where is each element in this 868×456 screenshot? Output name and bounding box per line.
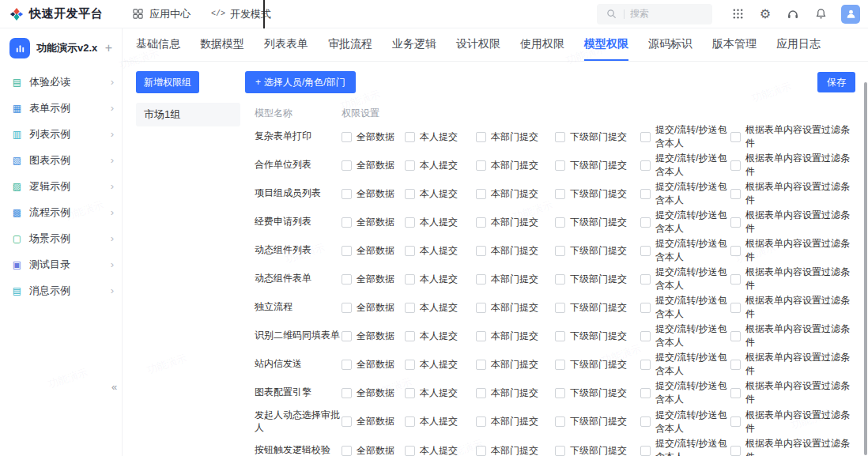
tab-0[interactable]: 基础信息 [136,28,180,61]
checkbox[interactable] [555,388,565,398]
tab-1[interactable]: 数据模型 [200,28,244,61]
checkbox[interactable] [730,160,741,171]
checkbox[interactable] [405,189,415,199]
user-avatar[interactable] [841,5,860,24]
sidebar-item-4[interactable]: ▨逻辑示例› [0,173,122,199]
checkbox[interactable] [405,416,415,427]
checkbox[interactable] [555,274,565,285]
sidebar-item-3[interactable]: ▧图表示例› [0,147,122,173]
checkbox[interactable] [555,132,565,142]
checkbox[interactable] [476,189,486,199]
checkbox[interactable] [405,446,415,456]
checkbox[interactable] [476,360,486,370]
tab-7[interactable]: 模型权限 [584,28,628,61]
sidebar-item-8[interactable]: ▤消息示例› [0,277,122,303]
checkbox[interactable] [476,416,486,427]
tab-4[interactable]: 业务逻辑 [392,28,436,61]
checkbox[interactable] [476,446,486,456]
tab-10[interactable]: 应用日志 [776,28,821,61]
checkbox[interactable] [730,132,741,142]
checkbox[interactable] [342,217,352,228]
sidebar-item-7[interactable]: ▣测试目录› [0,251,122,277]
checkbox[interactable] [342,246,352,256]
checkbox[interactable] [640,303,651,313]
checkbox[interactable] [405,246,415,256]
checkbox[interactable] [476,217,486,228]
checkbox[interactable] [342,274,352,285]
checkbox[interactable] [342,360,352,370]
checkbox[interactable] [555,303,565,313]
checkbox[interactable] [640,388,651,398]
new-permission-group-button[interactable]: 新增权限组 [136,71,199,93]
checkbox[interactable] [730,246,741,256]
apps-icon[interactable] [730,7,745,21]
checkbox[interactable] [555,416,565,427]
notifications-bell-icon[interactable] [813,7,828,21]
nav-dev-mode[interactable]: </> 开发模式 [211,7,271,21]
checkbox[interactable] [405,303,415,313]
checkbox[interactable] [640,246,651,256]
checkbox[interactable] [342,132,352,142]
checkbox[interactable] [405,132,415,142]
checkbox[interactable] [555,160,565,171]
checkbox[interactable] [730,331,741,341]
checkbox[interactable] [342,388,352,398]
checkbox[interactable] [640,189,651,199]
checkbox[interactable] [405,331,415,341]
select-member-button[interactable]: +选择人员/角色/部门 [245,71,356,93]
checkbox[interactable] [730,274,741,285]
checkbox[interactable] [730,360,741,370]
checkbox[interactable] [640,132,651,142]
checkbox[interactable] [640,360,651,370]
checkbox[interactable] [555,189,565,199]
tab-2[interactable]: 列表表单 [264,28,308,61]
checkbox[interactable] [555,331,565,341]
checkbox[interactable] [405,388,415,398]
checkbox[interactable] [342,160,352,171]
checkbox[interactable] [405,274,415,285]
checkbox[interactable] [730,303,741,313]
checkbox[interactable] [640,274,651,285]
checkbox[interactable] [640,446,651,456]
tab-8[interactable]: 源码标识 [648,28,693,61]
checkbox[interactable] [555,446,565,456]
support-headset-icon[interactable] [786,7,800,21]
tab-9[interactable]: 版本管理 [712,28,757,61]
sidebar-item-1[interactable]: ▦表单示例› [0,95,122,121]
checkbox[interactable] [476,274,486,285]
checkbox[interactable] [555,217,565,228]
checkbox[interactable] [342,189,352,199]
add-app-button[interactable]: + [105,42,112,55]
checkbox[interactable] [640,160,651,171]
checkbox[interactable] [730,217,741,228]
sidebar-collapse-button[interactable]: « [111,381,117,393]
sidebar-item-6[interactable]: ▢场景示例› [0,225,122,251]
checkbox[interactable] [342,331,352,341]
checkbox[interactable] [730,388,741,398]
checkbox[interactable] [640,416,651,427]
checkbox[interactable] [640,331,651,341]
checkbox[interactable] [476,331,486,341]
checkbox[interactable] [342,303,352,313]
sidebar-item-0[interactable]: ▤体验必读› [0,69,122,95]
checkbox[interactable] [476,160,486,171]
checkbox[interactable] [555,360,565,370]
checkbox[interactable] [730,416,741,427]
sidebar-item-2[interactable]: ▥列表示例› [0,121,122,147]
checkbox[interactable] [476,303,486,313]
save-button[interactable]: 保存 [817,72,855,92]
settings-gear-icon[interactable]: ⚙ [758,7,772,21]
checkbox[interactable] [730,189,741,199]
tab-5[interactable]: 设计权限 [456,28,500,61]
nav-app-center[interactable]: 应用中心 [130,7,191,21]
checkbox[interactable] [640,217,651,228]
tab-6[interactable]: 使用权限 [520,28,564,61]
checkbox[interactable] [342,446,352,456]
checkbox[interactable] [342,416,352,427]
vertical-scrollbar[interactable] [864,82,867,455]
search-input[interactable]: 搜索 [597,4,712,24]
checkbox[interactable] [405,360,415,370]
checkbox[interactable] [730,446,741,456]
tab-3[interactable]: 审批流程 [328,28,372,61]
app-logo[interactable]: 快速开发平台 [0,6,123,21]
